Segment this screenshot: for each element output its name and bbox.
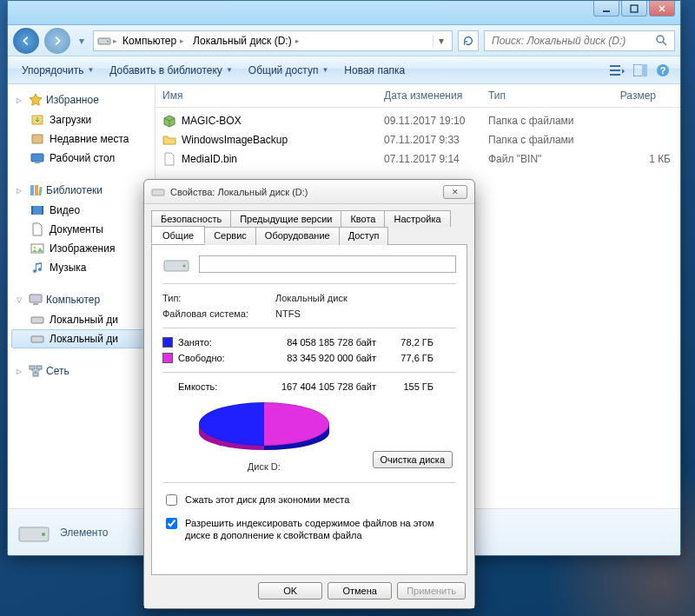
breadcrumb-drive-d[interactable]: Локальный диск (D:)▸ [189, 35, 305, 47]
svg-point-21 [34, 247, 36, 249]
list-item[interactable]: MediaID.bin 07.11.2017 9:14 Файл "BIN" 1… [156, 149, 680, 169]
tab-customize[interactable]: Настройка [384, 210, 450, 227]
sidebar-item-disk-d[interactable]: Локальный ди [11, 329, 151, 348]
sidebar-item-disk-c[interactable]: Локальный ди [11, 310, 151, 329]
sidebar-item-desktop[interactable]: Рабочий стол [11, 149, 151, 168]
svg-text:?: ? [660, 65, 666, 76]
sidebar-head-network[interactable]: ▷ Сеть [11, 361, 151, 381]
col-date[interactable]: Дата изменения [377, 84, 481, 107]
disk-cleanup-button[interactable]: Очистка диска [373, 451, 453, 468]
tab-security[interactable]: Безопасность [151, 210, 231, 227]
sidebar-item-downloads[interactable]: Загрузки [11, 110, 151, 129]
preview-pane-button[interactable] [630, 60, 651, 81]
breadcrumb[interactable]: ▸ Компьютер▸ Локальный диск (D:)▸ ▾ [93, 30, 453, 51]
desktop-icon [30, 151, 44, 165]
search-icon [655, 34, 669, 48]
free-swatch [162, 353, 173, 363]
capacity-label: Емкость: [178, 381, 241, 392]
breadcrumb-dropdown[interactable]: ▾ [433, 35, 448, 47]
svg-rect-26 [30, 366, 35, 369]
svg-rect-13 [35, 162, 40, 163]
nav-history-dropdown[interactable]: ▾ [76, 35, 88, 47]
search-input[interactable] [490, 34, 652, 48]
free-label: Свободно: [178, 353, 241, 363]
music-icon [30, 261, 44, 275]
close-button[interactable] [649, 1, 675, 17]
svg-rect-15 [35, 185, 38, 195]
search-box[interactable] [484, 30, 675, 51]
tab-hardware[interactable]: Оборудование [255, 227, 340, 245]
details-label: Элементо [60, 527, 109, 539]
drive-icon [30, 332, 44, 346]
used-swatch [162, 337, 173, 348]
nav-row: ▾ ▸ Компьютер▸ Локальный диск (D:)▸ ▾ [8, 25, 680, 56]
organize-button[interactable]: Упорядочить▼ [15, 61, 101, 80]
toolbar: Упорядочить▼ Добавить в библиотеку▼ Общи… [8, 56, 680, 84]
used-label: Занято: [178, 337, 241, 348]
sidebar-favorites: ▷ Избранное Загрузки Недавние места Рабо… [11, 89, 151, 168]
sidebar-head-computer[interactable]: ▽ Компьютер [11, 289, 151, 310]
list-item[interactable]: WindowsImageBackup 07.11.2017 9:33 Папка… [156, 130, 680, 149]
svg-rect-0 [603, 10, 610, 12]
svg-rect-17 [31, 206, 43, 215]
svg-rect-27 [36, 366, 42, 369]
dialog-buttons: OK Отмена Применить [144, 575, 474, 608]
sidebar-item-docs[interactable]: Документы [11, 220, 151, 239]
folder-icon [162, 133, 176, 147]
svg-rect-5 [610, 65, 620, 67]
svg-point-3 [107, 40, 109, 42]
forward-button[interactable] [44, 28, 70, 54]
refresh-button[interactable] [458, 30, 479, 51]
cancel-button[interactable]: Отмена [328, 582, 392, 599]
col-size[interactable]: Размер [603, 84, 664, 107]
minimize-button[interactable] [593, 1, 619, 17]
disk-usage-pie [199, 402, 329, 456]
help-button[interactable]: ? [652, 60, 673, 81]
new-folder-button[interactable]: Новая папка [337, 61, 412, 80]
compress-label: Сжать этот диск для экономии места [185, 493, 349, 506]
drive-name-input[interactable] [199, 255, 456, 273]
breadcrumb-computer[interactable]: Компьютер▸ [119, 35, 189, 47]
col-name[interactable]: Имя [156, 84, 377, 107]
index-checkbox[interactable] [166, 518, 177, 529]
ok-button[interactable]: OK [258, 582, 322, 599]
tab-tools[interactable]: Сервис [204, 227, 256, 245]
back-button[interactable] [13, 28, 39, 54]
dialog-titlebar: Свойства: Локальный диск (D:) ✕ [144, 180, 474, 204]
svg-rect-6 [610, 70, 620, 71]
tab-general[interactable]: Общие [151, 226, 205, 244]
view-options-button[interactable] [607, 60, 628, 81]
compress-checkbox[interactable] [166, 494, 177, 506]
used-bytes: 84 058 185 728 байт [246, 337, 376, 348]
svg-point-33 [183, 265, 186, 268]
sidebar-head-libraries[interactable]: ▷ Библиотеки [11, 180, 151, 201]
svg-rect-18 [31, 206, 33, 215]
svg-rect-12 [31, 154, 43, 162]
filesystem-value: NTFS [275, 308, 301, 319]
chevron-right-icon: ▸ [111, 36, 119, 45]
used-gb: 78,2 ГБ [381, 337, 434, 348]
add-to-library-button[interactable]: Добавить в библиотеку▼ [103, 61, 239, 80]
sidebar-head-favorites[interactable]: ▷ Избранное [11, 89, 151, 110]
share-button[interactable]: Общий доступ▼ [242, 61, 336, 80]
free-gb: 77,6 ГБ [381, 353, 434, 363]
properties-dialog: Свойства: Локальный диск (D:) ✕ Безопасн… [143, 179, 475, 609]
capacity-gb: 155 ГБ [381, 381, 434, 392]
dialog-close-button[interactable]: ✕ [443, 185, 467, 199]
tab-sharing[interactable]: Доступ [339, 227, 389, 245]
maximize-button[interactable] [621, 1, 647, 17]
tab-previous[interactable]: Предыдущие версии [230, 210, 341, 227]
sidebar-item-recent[interactable]: Недавние места [11, 129, 151, 149]
sidebar-item-video[interactable]: Видео [11, 201, 151, 220]
file-list: MAGIC-BOX 09.11.2017 19:10 Папка с файла… [156, 108, 680, 172]
list-item[interactable]: MAGIC-BOX 09.11.2017 19:10 Папка с файла… [156, 111, 680, 130]
svg-rect-28 [33, 373, 38, 376]
tab-quota[interactable]: Квота [341, 210, 385, 227]
sidebar-item-images[interactable]: Изображения [11, 239, 151, 258]
capacity-bytes: 167 404 105 728 байт [246, 381, 376, 392]
col-type[interactable]: Тип [481, 84, 603, 107]
free-bytes: 83 345 920 000 байт [246, 353, 376, 363]
sidebar-item-music[interactable]: Музыка [11, 258, 151, 277]
apply-button[interactable]: Применить [397, 582, 466, 599]
expand-icon: ▷ [17, 96, 25, 104]
